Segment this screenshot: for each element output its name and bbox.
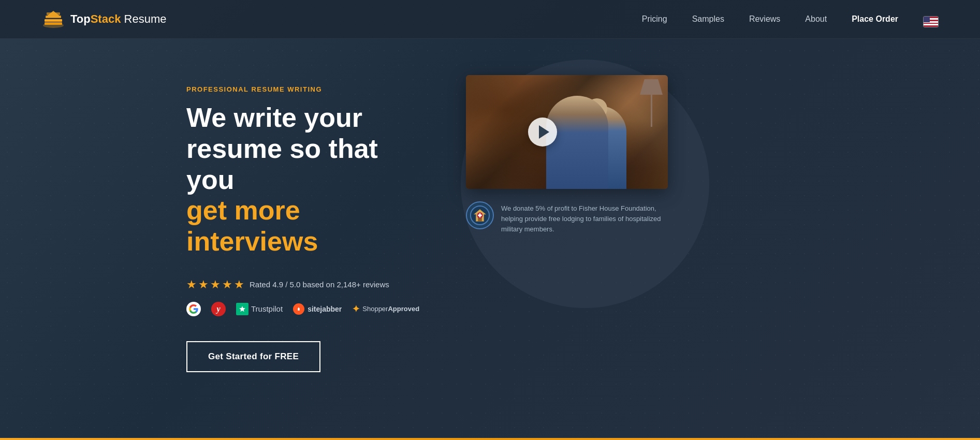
hero-section: PROFESSIONAL RESUME WRITING We write you… <box>0 39 980 440</box>
nav-links: Pricing Samples Reviews About Place Orde… <box>642 11 939 27</box>
donation-text: We donate 5% of profit to Fisher House F… <box>501 201 668 234</box>
video-container[interactable] <box>466 75 668 189</box>
donation-box: We donate 5% of profit to Fisher House F… <box>466 199 668 237</box>
google-icon <box>186 302 201 316</box>
hero-title: We write your resume so that you get mor… <box>186 102 425 257</box>
samples-link[interactable]: Samples <box>692 14 724 23</box>
svg-rect-7 <box>298 309 300 311</box>
reviews-link[interactable]: Reviews <box>749 14 780 23</box>
play-icon <box>539 125 549 139</box>
svg-rect-5 <box>45 22 62 25</box>
yelp-icon: y <box>211 302 226 316</box>
about-link[interactable]: About <box>805 14 827 23</box>
nav-item-about[interactable]: About <box>805 14 827 24</box>
hero-content-left: PROFESSIONAL RESUME WRITING We write you… <box>186 80 425 372</box>
brand-name: TopStack Resume <box>70 12 166 26</box>
shopper-approved-review-logo: ✦ ShopperApproved <box>352 303 419 315</box>
star-3: ★ <box>210 278 221 291</box>
logo-icon <box>41 10 65 28</box>
fisher-house-badge <box>466 201 494 229</box>
sitejabber-review-logo: sitejabber <box>293 303 342 315</box>
cta-button[interactable]: Get Started for FREE <box>186 341 320 372</box>
star-rating: ★ ★ ★ ★ ★ <box>186 278 244 291</box>
shopper-approved-label: ShopperApproved <box>362 305 419 313</box>
trustpilot-label: Trustpilot <box>251 304 283 313</box>
hero-title-highlight: get more interviews <box>186 195 318 256</box>
google-review-logo <box>186 302 201 316</box>
hero-content-right: We donate 5% of profit to Fisher House F… <box>466 75 668 237</box>
hero-title-line2: resume so that you <box>186 134 378 195</box>
nav-item-reviews[interactable]: Reviews <box>749 14 780 24</box>
place-order-link[interactable]: Place Order <box>852 14 898 23</box>
pricing-link[interactable]: Pricing <box>642 14 667 23</box>
svg-rect-13 <box>478 215 482 216</box>
nav-item-pricing[interactable]: Pricing <box>642 14 667 24</box>
shopper-star-icon: ✦ <box>352 303 360 315</box>
nav-item-samples[interactable]: Samples <box>692 14 724 24</box>
sitejabber-icon <box>293 303 304 315</box>
nav-item-flag[interactable] <box>923 11 939 27</box>
trustpilot-review-logo: Trustpilot <box>236 303 283 315</box>
hero-subtitle: PROFESSIONAL RESUME WRITING <box>186 85 425 93</box>
hero-title-line1: We write your <box>186 102 362 133</box>
play-button[interactable] <box>528 118 557 146</box>
sitejabber-label: sitejabber <box>308 305 342 313</box>
rating-text: Rated 4.9 / 5.0 based on 2,148+ reviews <box>250 280 389 289</box>
star-4: ★ <box>222 278 232 291</box>
star-1: ★ <box>186 278 197 291</box>
nav-item-place-order[interactable]: Place Order <box>852 14 898 24</box>
svg-rect-1 <box>45 19 62 22</box>
rating-section: ★ ★ ★ ★ ★ Rated 4.9 / 5.0 based on 2,148… <box>186 278 425 291</box>
navbar: TopStack Resume Pricing Samples Reviews … <box>0 0 980 39</box>
star-5: ★ <box>234 278 244 291</box>
star-2: ★ <box>198 278 209 291</box>
review-logos: y Trustpilot <box>186 302 425 316</box>
logo-link[interactable]: TopStack Resume <box>41 10 166 28</box>
video-thumbnail <box>466 75 668 189</box>
us-flag-icon <box>923 16 939 27</box>
trustpilot-icon <box>236 303 248 315</box>
bottom-accent-bar <box>0 438 980 440</box>
yelp-review-logo: y <box>211 302 226 316</box>
